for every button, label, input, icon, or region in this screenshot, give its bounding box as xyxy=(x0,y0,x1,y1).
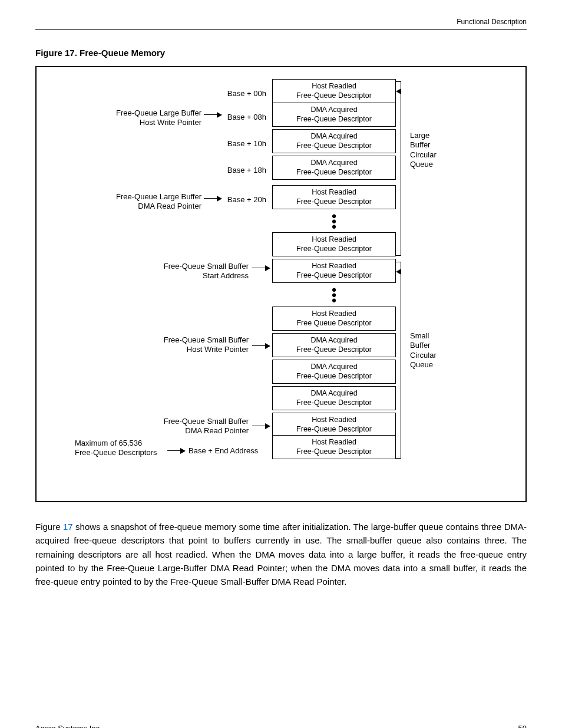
arrow-icon xyxy=(252,268,270,268)
bracket-large xyxy=(401,81,401,256)
desc-box: Host ReadiedFree-Queue Descriptor xyxy=(272,435,396,459)
footer-page: 59 xyxy=(518,724,527,728)
desc-box: DMA AcquiredFree-Queue Descriptor xyxy=(272,103,396,127)
figure-ref-link[interactable]: 17 xyxy=(63,522,73,532)
ellipsis-icon: ••• xyxy=(272,213,396,229)
lbl-small-hostwrite: Free-Queue Small BufferHost Write Pointe… xyxy=(107,335,249,355)
desc-box: DMA AcquiredFree-Queue Descriptor xyxy=(272,129,396,153)
lbl-large-dmaread: Free-Queue Large BufferDMA Read Pointer xyxy=(60,192,201,212)
ellipsis-icon: ••• xyxy=(272,287,396,303)
header-rule xyxy=(35,29,527,30)
footer-doc: Agere Systems Inc. xyxy=(35,724,102,728)
desc-box: DMA AcquiredFree-Queue Descriptor xyxy=(272,156,396,180)
addr: Base + 10h xyxy=(213,139,266,148)
desc-box: Host ReadiedFree-Queue Descriptor xyxy=(272,79,396,103)
desc-box: Host ReadiedFree Queue Descriptor xyxy=(272,307,396,331)
rlabel-large: LargeBufferCircularQueue xyxy=(410,131,437,169)
desc-box: Host ReadiedFree-Queue Descriptor xyxy=(272,259,396,283)
lbl-small-dmaread: Free-Queue Small BufferDMA Read Pointer xyxy=(107,417,249,436)
desc-box: DMA AcquiredFree-Queue Descriptor xyxy=(272,360,396,384)
figure-frame: Free-Queue Large BufferHost Write Pointe… xyxy=(35,66,527,502)
desc-box: Host ReadiedFree-Queue Descriptor xyxy=(272,413,396,437)
desc-box: DMA AcquiredFree-Queue Descriptor xyxy=(272,386,396,410)
page-footer: Agere Systems Inc. 59 xyxy=(35,724,527,728)
rlabel-small: SmallBufferCircularQueue xyxy=(410,331,437,370)
lbl-maximum: Maximum of 65,536Free-Queue Descriptors xyxy=(75,439,193,458)
desc-box: Host ReadiedFree-Queue Descriptor xyxy=(272,232,396,256)
addr: Base + 20h xyxy=(213,195,266,204)
lbl-large-hostwrite: Free-Queue Large BufferHost Write Pointe… xyxy=(60,108,201,128)
lbl-small-start: Free-Queue Small BufferStart Address xyxy=(107,262,249,281)
addr: Base + 18h xyxy=(213,166,266,174)
lbl-end-addr: Base + End Address xyxy=(189,446,258,456)
arrow-icon xyxy=(167,450,185,451)
page-header: Functional Description xyxy=(35,18,527,26)
figure-title: Figure 17. Free-Queue Memory xyxy=(35,48,527,58)
body-paragraph: Figure 17 shows a snapshot of free-queue… xyxy=(35,520,527,588)
addr: Base + 08h xyxy=(213,113,266,121)
arrow-icon xyxy=(252,345,270,346)
bracket-small xyxy=(401,262,401,459)
desc-box: Host ReadiedFree-Queue Descriptor xyxy=(272,185,396,209)
desc-box: DMA AcquiredFree-Queue Descriptor xyxy=(272,333,396,357)
arrow-icon xyxy=(252,426,270,426)
addr: Base + 00h xyxy=(213,89,266,98)
